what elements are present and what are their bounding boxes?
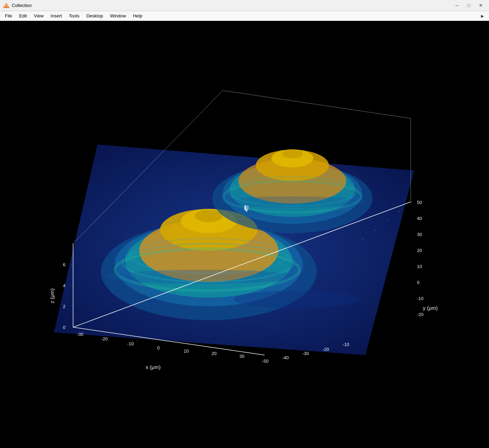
svg-text:-20: -20 xyxy=(101,336,108,341)
svg-text:z (μm): z (μm) xyxy=(49,289,55,304)
svg-text:y (μm): y (μm) xyxy=(423,305,438,311)
svg-text:40: 40 xyxy=(417,216,422,221)
menu-file[interactable]: File xyxy=(1,12,16,20)
svg-text:-30: -30 xyxy=(302,351,309,356)
svg-text:0: 0 xyxy=(63,325,65,330)
menu-insert[interactable]: Insert xyxy=(47,12,65,20)
svg-text:20: 20 xyxy=(417,248,422,253)
menu-bar: File Edit View Insert Tools Desktop Wind… xyxy=(0,11,489,21)
svg-text:30: 30 xyxy=(239,354,244,359)
expand-arrow: ► xyxy=(477,13,488,19)
menu-view[interactable]: View xyxy=(30,12,47,20)
svg-rect-28 xyxy=(246,209,247,212)
svg-text:6: 6 xyxy=(63,262,65,267)
svg-point-18 xyxy=(282,149,303,158)
minimize-button[interactable]: ─ xyxy=(451,1,463,10)
canvas-area[interactable]: Total # of voxels:0 Selected # of voxels… xyxy=(0,21,489,448)
svg-text:4: 4 xyxy=(63,283,65,288)
menu-window[interactable]: Window xyxy=(107,12,129,20)
app-icon xyxy=(3,2,10,9)
plot-svg: 0 2 4 6 -30 -20 -10 0 10 20 30 50 40 30 … xyxy=(0,21,489,448)
menu-desktop[interactable]: Desktop xyxy=(83,12,107,20)
window-controls: ─ □ ✕ xyxy=(451,1,486,10)
svg-point-29 xyxy=(233,291,358,308)
svg-text:x (μm): x (μm) xyxy=(146,364,161,370)
title-bar: Collection ─ □ ✕ xyxy=(0,0,489,11)
svg-text:20: 20 xyxy=(212,351,216,356)
svg-text:-10: -10 xyxy=(127,341,134,346)
svg-text:-30: -30 xyxy=(77,332,84,337)
svg-text:2: 2 xyxy=(63,304,65,309)
menu-tools[interactable]: Tools xyxy=(65,12,83,20)
maximize-button[interactable]: □ xyxy=(463,1,474,10)
svg-text:-20: -20 xyxy=(417,312,424,317)
svg-text:-10: -10 xyxy=(343,342,349,347)
svg-text:0: 0 xyxy=(417,280,419,285)
svg-text:30: 30 xyxy=(417,232,422,237)
svg-text:-20: -20 xyxy=(323,347,329,352)
svg-text:-40: -40 xyxy=(282,355,289,360)
svg-text:-50: -50 xyxy=(262,359,269,364)
svg-text:10: 10 xyxy=(184,348,189,354)
close-button[interactable]: ✕ xyxy=(475,1,486,10)
svg-text:-10: -10 xyxy=(417,296,424,301)
svg-text:10: 10 xyxy=(417,264,422,269)
svg-text:0: 0 xyxy=(157,345,159,351)
menu-edit[interactable]: Edit xyxy=(16,12,30,20)
menu-help[interactable]: Help xyxy=(129,12,146,20)
window-title: Collection xyxy=(12,3,451,8)
svg-text:50: 50 xyxy=(417,200,422,205)
